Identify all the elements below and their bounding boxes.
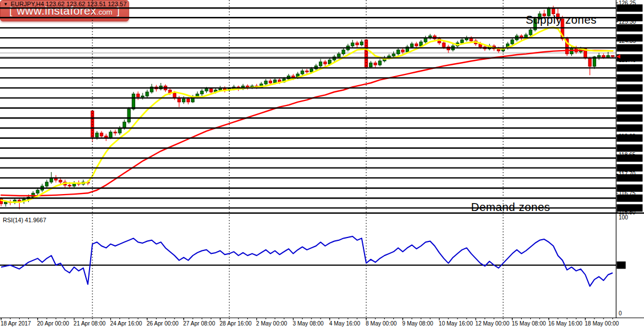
svg-text:4 May 16:00: 4 May 16:00	[329, 320, 360, 327]
svg-text:119.00: 119.00	[618, 145, 635, 151]
svg-text:8 May 00:00: 8 May 00:00	[366, 320, 397, 327]
svg-text:9 May 08:00: 9 May 08:00	[402, 320, 433, 327]
svg-text:27 Apr 08:00: 27 Apr 08:00	[183, 320, 215, 327]
svg-text:18 May 00:00: 18 May 00:00	[585, 320, 619, 327]
svg-text:2 May 00:00: 2 May 00:00	[256, 320, 287, 327]
svg-text:123.00: 123.00	[618, 65, 636, 71]
svg-text:116.50: 116.50	[618, 195, 635, 201]
svg-text:118.50: 118.50	[618, 155, 635, 161]
rsi-indicator-label: RSI(14) 41.9667	[3, 217, 46, 223]
svg-text:118.01: 118.01	[618, 165, 635, 171]
svg-text:3 May 08:00: 3 May 08:00	[292, 320, 323, 327]
svg-text:15 May 08:00: 15 May 08:00	[512, 320, 546, 327]
svg-text:26 Apr 00:00: 26 Apr 00:00	[146, 320, 179, 327]
price-axis[interactable]: 126.25125.30124.35123.40122.45121.50120.…	[616, 0, 643, 215]
supply-zones-annotation[interactable]: Supply zones	[526, 14, 597, 27]
svg-text:124.50: 124.50	[618, 35, 636, 41]
svg-text:125.51: 125.51	[618, 15, 636, 21]
svg-text:12 May 00:00: 12 May 00:00	[475, 320, 509, 327]
svg-text:18 Apr 2017: 18 Apr 2017	[1, 320, 31, 327]
svg-text:125.00: 125.00	[618, 25, 636, 31]
svg-text:119.50: 119.50	[618, 135, 635, 141]
svg-text:122.50: 122.50	[618, 75, 636, 81]
svg-text:122.00: 122.00	[618, 85, 636, 91]
mt4-chart-window: text{font-family:"Liberation Sans",sans-…	[0, 0, 644, 330]
svg-text:117.51: 117.51	[618, 175, 635, 181]
time-axis[interactable]: 18 Apr 201720 Apr 00:0021 Apr 08:0024 Ap…	[1, 318, 619, 327]
svg-text:117.00: 117.00	[618, 185, 635, 191]
svg-text:116.01: 116.01	[618, 205, 635, 211]
svg-text:123.50: 123.50	[618, 55, 636, 61]
price-chart-canvas[interactable]: text{font-family:"Liberation Sans",sans-…	[0, 0, 644, 330]
demand-zones-annotation[interactable]: Demand zones	[471, 201, 550, 214]
svg-text:20 Apr 00:00: 20 Apr 00:00	[37, 320, 69, 327]
svg-text:21 Apr 08:00: 21 Apr 08:00	[74, 320, 106, 327]
svg-text:10 May 16:00: 10 May 16:00	[439, 320, 473, 327]
svg-text:121.50: 121.50	[618, 95, 636, 101]
rsi-line	[1, 236, 612, 286]
svg-text:120.50: 120.50	[618, 115, 636, 121]
svg-text:120.00: 120.00	[618, 125, 636, 131]
svg-text:24 Apr 16:00: 24 Apr 16:00	[110, 320, 142, 327]
rsi-axis[interactable]: 100500	[617, 214, 629, 316]
svg-text:124.00: 124.00	[618, 45, 636, 51]
svg-text:121.00: 121.00	[618, 105, 636, 111]
svg-text:100: 100	[619, 214, 628, 221]
svg-text:50: 50	[618, 262, 625, 269]
horizontal-level-lines[interactable]	[0, 8, 616, 208]
symbol-ohlc-text: EURJPY,H4 123.62 123.62 123.51 123.57	[11, 1, 127, 7]
svg-text:16 May 16:00: 16 May 16:00	[548, 320, 583, 327]
symbol-dropdown-icon[interactable]: ▼	[3, 2, 8, 7]
rsi-subwindow[interactable]	[0, 236, 616, 286]
svg-text:28 Apr 16:00: 28 Apr 16:00	[220, 320, 252, 327]
svg-text:125.99: 125.99	[618, 5, 636, 11]
svg-text:0: 0	[619, 310, 622, 316]
chart-title-bar: ▼EURJPY,H4 123.62 123.62 123.51 123.57	[3, 1, 127, 7]
